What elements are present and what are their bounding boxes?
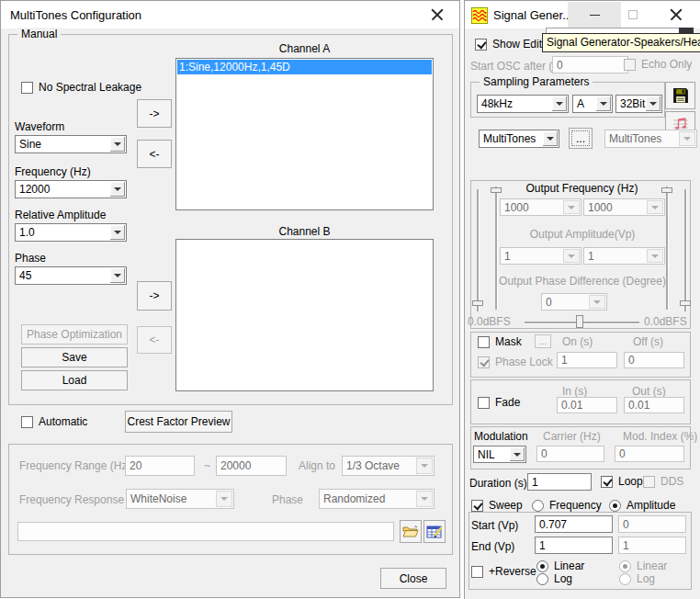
screen: MultiTones Configuration Manual No Spect…	[0, 0, 700, 599]
remove-from-channel-a-button[interactable]: <-	[137, 140, 172, 168]
channel-combobox[interactable]: A	[572, 95, 613, 113]
sweep-amplitude-radio[interactable]: Amplitude	[609, 499, 675, 512]
sample-rate-combobox[interactable]: 48kHz	[477, 95, 569, 113]
channel-a-list-item[interactable]: 1:Sine,12000Hz,1,45D	[177, 60, 432, 74]
start-vp-b-field: 0	[618, 515, 686, 533]
checkbox-box[interactable]	[478, 397, 490, 409]
dropdown-arrow-icon	[216, 491, 232, 507]
mask-checkbox[interactable]: Mask	[478, 335, 522, 348]
checkbox-box[interactable]	[21, 416, 33, 428]
automatic-checkbox[interactable]: Automatic	[21, 415, 87, 428]
reverse-checkbox[interactable]: +Reverse	[471, 565, 536, 578]
checkbox-box	[478, 356, 490, 368]
signal-generator-titlebar: Signal Gener...	[465, 1, 700, 28]
channel-b-listbox[interactable]	[175, 239, 434, 391]
phase-mode-label: Phase	[272, 493, 303, 506]
phase-label: Phase	[15, 252, 46, 265]
dropdown-arrow-icon[interactable]	[543, 131, 558, 146]
start-vp-a-field[interactable]: 0.707	[535, 515, 613, 533]
configure-generator-button[interactable]: ...	[569, 128, 593, 149]
save-wave-button[interactable]	[665, 82, 695, 109]
slider-thumb[interactable]	[472, 300, 483, 306]
channel-a-listbox[interactable]: 1:Sine,12000Hz,1,45D	[175, 58, 434, 210]
dropdown-arrow-icon[interactable]	[110, 182, 125, 197]
level-slider-right-inner[interactable]	[666, 186, 669, 310]
level-slider-right-outer[interactable]	[684, 189, 687, 311]
add-to-channel-b-button[interactable]: ->	[137, 281, 172, 311]
dropdown-arrow-icon[interactable]	[596, 96, 611, 111]
radio-circle[interactable]	[609, 500, 621, 512]
add-to-channel-a-button[interactable]: ->	[137, 99, 172, 128]
dropdown-arrow-icon[interactable]	[646, 96, 660, 111]
maximize-icon[interactable]	[628, 10, 638, 19]
loop-checkbox[interactable]: Loop	[601, 475, 643, 488]
log-a-label: Log	[554, 572, 572, 585]
fade-checkbox[interactable]: Fade	[478, 396, 520, 409]
checkbox-box[interactable]	[471, 500, 483, 512]
start-osc-label: Start OSC after (s)	[470, 60, 561, 73]
log-a-radio[interactable]: Log	[536, 572, 572, 585]
radio-circle[interactable]	[536, 560, 548, 572]
checkbox-box[interactable]	[601, 476, 613, 488]
dropdown-arrow-icon[interactable]	[110, 137, 125, 152]
sweep-frequency-radio[interactable]: Frequency	[532, 499, 602, 512]
level-slider-left-outer[interactable]	[477, 189, 480, 311]
end-vp-a-field[interactable]: 1	[535, 537, 613, 554]
dropdown-arrow-icon[interactable]	[510, 447, 525, 461]
dbfs-right-label: 0.0dBFS	[644, 315, 687, 328]
bit-depth-combobox[interactable]: 32Bit	[615, 95, 662, 113]
output-frequency-a-combobox: 1000	[500, 198, 581, 216]
checkbox-box[interactable]	[478, 336, 490, 348]
no-spectral-leakage-checkbox[interactable]: No Spectral Leakage	[21, 81, 141, 94]
output-amplitude-b-combobox: 1	[583, 247, 665, 265]
loop-label: Loop	[618, 475, 643, 488]
open-file-button[interactable]	[400, 520, 422, 543]
level-slider-left-inner[interactable]	[495, 186, 498, 310]
relative-amplitude-value: 1.0	[19, 226, 35, 239]
checkbox-box[interactable]	[471, 566, 483, 578]
save-button[interactable]: Save	[21, 347, 128, 367]
slider-thumb[interactable]	[576, 315, 583, 328]
generator-type-a-combobox[interactable]: MultiTones	[479, 130, 559, 148]
mod-index-label: Mod. Index (%)	[623, 430, 697, 443]
close-icon[interactable]	[431, 8, 444, 21]
linear-b-label: Linear	[637, 559, 667, 572]
radio-circle	[619, 560, 631, 572]
slider-thumb[interactable]	[680, 300, 691, 306]
edit-table-button[interactable]	[423, 520, 446, 543]
phase-combobox[interactable]: 45	[15, 266, 127, 285]
fade-in-label: In (s)	[562, 385, 587, 398]
frequency-combobox[interactable]: 12000	[15, 180, 127, 198]
checkbox-box[interactable]	[475, 39, 487, 51]
tooltip: Signal Generator-Speakers/Hea	[542, 33, 700, 52]
radio-circle[interactable]	[536, 573, 548, 585]
close-icon[interactable]	[670, 8, 683, 21]
start-vp-label: Start (Vp)	[471, 519, 518, 532]
phase-lock-label: Phase Lock	[495, 356, 553, 368]
dropdown-arrow-icon[interactable]	[552, 96, 567, 111]
phase-lock-checkbox: Phase Lock	[478, 356, 553, 368]
sweep-label: Sweep	[489, 499, 523, 512]
relative-amplitude-combobox[interactable]: 1.0	[15, 223, 127, 242]
crest-factor-preview-button[interactable]: Crest Factor Preview	[125, 411, 232, 433]
sampling-parameters-label: Sampling Parameters	[480, 75, 593, 89]
slider-thumb[interactable]	[491, 187, 502, 193]
load-button[interactable]: Load	[21, 370, 128, 390]
reverse-label: +Reverse	[489, 565, 536, 578]
sweep-checkbox[interactable]: Sweep	[471, 499, 523, 512]
dropdown-arrow-icon[interactable]	[110, 225, 125, 240]
checkbox-box[interactable]	[21, 82, 33, 94]
frequency-response-value: WhiteNoise	[130, 492, 186, 505]
radio-circle[interactable]	[532, 500, 544, 512]
close-button[interactable]: Close	[380, 568, 446, 589]
output-phase-difference-value: 0	[546, 296, 552, 309]
waveform-combobox[interactable]: Sine	[15, 135, 127, 153]
dropdown-arrow-icon[interactable]	[110, 268, 125, 283]
folder-open-icon	[402, 525, 419, 538]
duration-field[interactable]: 1	[527, 473, 592, 491]
modulation-combobox[interactable]: NIL	[473, 446, 526, 463]
linear-a-radio[interactable]: Linear	[536, 559, 584, 572]
minimize-button[interactable]	[568, 2, 621, 28]
slider-thumb[interactable]	[661, 187, 672, 193]
show-editor-checkbox[interactable]: Show Editor	[475, 38, 552, 51]
